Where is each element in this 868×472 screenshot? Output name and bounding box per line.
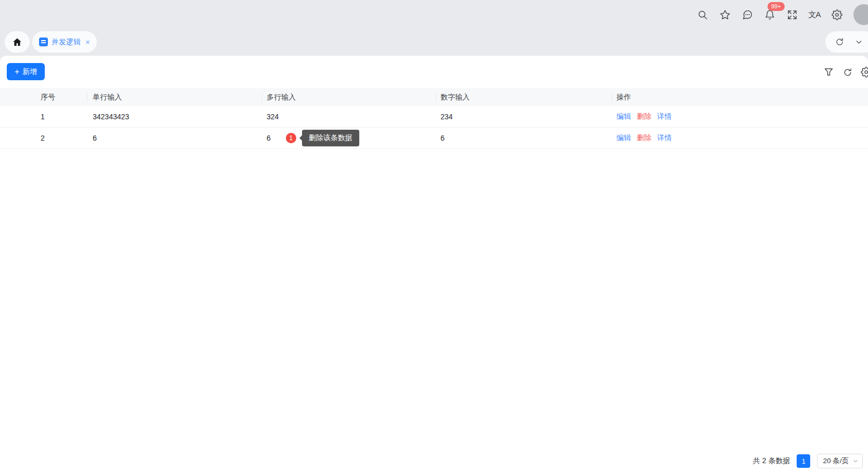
topbar: 99+ 文A	[0, 0, 868, 29]
cell-multi: 324	[262, 113, 436, 121]
chevron-down-icon[interactable]	[853, 37, 864, 47]
home-icon	[12, 37, 22, 47]
cell-single: 342343423	[87, 113, 262, 121]
cell-index: 2	[0, 134, 87, 142]
cell-multi: 6 1 删除该条数据	[262, 130, 436, 146]
user-avatar[interactable]	[853, 4, 868, 25]
notification-count-badge: 99+	[768, 2, 785, 11]
pagination: 共 2 条数据 1 20 条/页	[753, 454, 863, 468]
column-settings-icon[interactable]	[861, 67, 868, 78]
tab-label: 并发逻辑	[52, 38, 81, 47]
page-size-select[interactable]: 20 条/页	[817, 454, 863, 468]
refresh-icon[interactable]	[834, 37, 845, 47]
cell-actions: 编辑 删除 详情	[612, 133, 868, 143]
cell-number: 234	[436, 113, 612, 121]
document-icon	[39, 38, 48, 46]
message-icon[interactable]	[741, 9, 753, 20]
page-1-button[interactable]: 1	[797, 454, 810, 468]
filter-icon[interactable]	[823, 67, 834, 78]
column-header-single: 单行输入	[87, 93, 262, 102]
detail-link[interactable]: 详情	[657, 133, 672, 143]
cell-index: 1	[0, 113, 87, 121]
notification-bell-icon[interactable]: 99+	[764, 9, 775, 20]
plus-icon: +	[15, 68, 19, 76]
star-icon[interactable]	[719, 9, 731, 20]
delete-link[interactable]: 删除	[637, 133, 651, 143]
tab-close-icon[interactable]: ×	[85, 38, 90, 46]
home-button[interactable]	[5, 31, 30, 53]
reload-icon[interactable]	[842, 67, 853, 78]
search-icon[interactable]	[697, 9, 708, 20]
edit-link[interactable]: 编辑	[617, 112, 631, 121]
page-size-value: 20 条/页	[823, 456, 849, 466]
column-header-multi: 多行输入	[262, 93, 436, 102]
cell-number: 6	[436, 134, 612, 142]
pagination-total: 共 2 条数据	[753, 456, 790, 466]
column-header-number: 数字输入	[436, 93, 612, 102]
delete-count-badge[interactable]: 1	[286, 133, 296, 143]
detail-link[interactable]: 详情	[657, 112, 672, 121]
tab-actions-pill	[825, 31, 868, 53]
translate-icon[interactable]: 文A	[809, 9, 820, 20]
content-card: + 新增 序号 单行输入 多行输入 数字输入 操作 1 342343423 32…	[0, 56, 868, 472]
fullscreen-icon[interactable]	[786, 9, 798, 20]
table-toolbar	[823, 67, 868, 78]
edit-link[interactable]: 编辑	[617, 133, 631, 143]
table-row: 2 6 6 1 删除该条数据 6 编辑 删除 详情	[0, 128, 868, 149]
cell-single: 6	[87, 134, 262, 142]
table-row: 1 342343423 324 234 编辑 删除 详情	[0, 106, 868, 128]
table-header: 序号 单行输入 多行输入 数字输入 操作	[0, 88, 868, 106]
add-button[interactable]: + 新增	[7, 63, 45, 80]
column-header-actions: 操作	[612, 93, 868, 102]
delete-tooltip: 删除该条数据	[302, 130, 359, 146]
add-button-label: 新增	[22, 67, 37, 77]
cell-multi-value: 6	[267, 134, 271, 142]
delete-link[interactable]: 删除	[637, 112, 651, 121]
cell-actions: 编辑 删除 详情	[612, 112, 868, 121]
table-body: 1 342343423 324 234 编辑 删除 详情 2 6 6 1 删除该…	[0, 106, 868, 149]
tab-active[interactable]: 并发逻辑 ×	[32, 31, 97, 53]
settings-gear-icon[interactable]	[831, 9, 842, 20]
select-chevron-icon	[852, 458, 859, 464]
column-header-index: 序号	[0, 93, 87, 102]
